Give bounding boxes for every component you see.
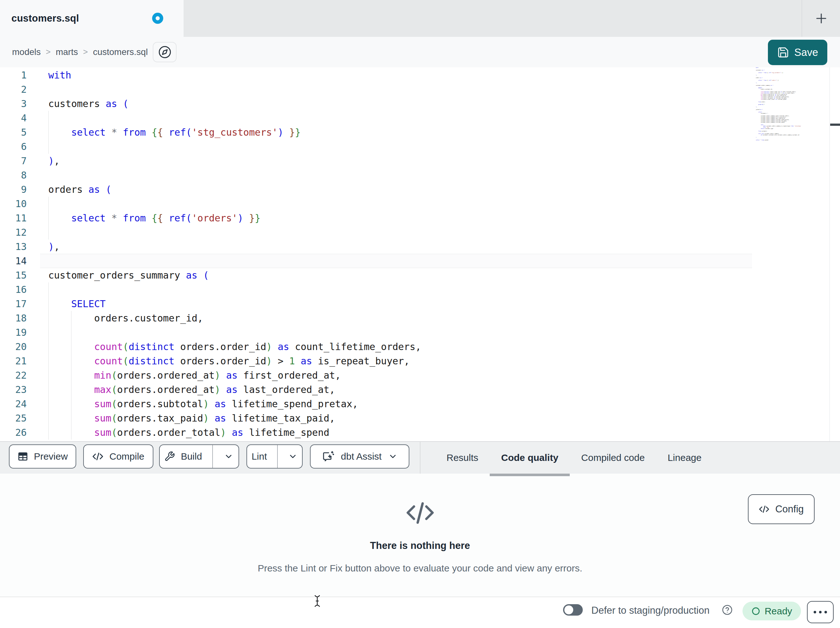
- scrollbar-thumb[interactable]: [830, 123, 840, 126]
- code-line[interactable]: 11 select * from {{ ref('orders') }}: [0, 211, 840, 225]
- compile-label: Compile: [109, 451, 144, 462]
- code-line[interactable]: 25 sum(orders.tax_paid) as lifetime_tax_…: [0, 411, 840, 426]
- defer-label: Defer to staging/production: [591, 605, 709, 616]
- line-number: 26: [0, 426, 27, 440]
- code-line[interactable]: 16: [0, 282, 840, 297]
- explore-lineage-button[interactable]: [153, 42, 177, 62]
- status-badge: Ready: [742, 602, 801, 620]
- compass-icon: [158, 46, 172, 59]
- lint-label: Lint: [251, 451, 267, 462]
- save-label: Save: [794, 46, 818, 59]
- wrench-icon: [164, 451, 175, 462]
- lint-button[interactable]: Lint: [247, 445, 272, 468]
- line-number: 1: [0, 68, 27, 82]
- chevron-down-icon: [224, 452, 234, 461]
- breadcrumb-item-customers-sql[interactable]: customers.sql: [93, 47, 148, 57]
- preview-button[interactable]: Preview: [9, 445, 76, 468]
- code-line[interactable]: 17 SELECT: [0, 297, 840, 311]
- code-line[interactable]: 7),: [0, 154, 840, 168]
- compile-button[interactable]: Compile: [83, 445, 153, 468]
- line-number: 22: [0, 368, 27, 383]
- table-icon: [17, 451, 28, 462]
- dbt-assist-label: dbt Assist: [341, 451, 381, 462]
- line-number: 20: [0, 340, 27, 354]
- line-number: 5: [0, 125, 27, 139]
- save-button[interactable]: Save: [768, 40, 827, 65]
- code-icon: [759, 504, 769, 515]
- status-bar: Defer to staging/production Ready: [0, 596, 840, 628]
- build-split-button: Build: [159, 445, 239, 468]
- build-button[interactable]: Build: [160, 445, 207, 468]
- code-line[interactable]: 18 orders.customer_id,: [0, 311, 840, 325]
- build-label: Build: [181, 451, 202, 462]
- chevron-right-icon: >: [46, 47, 51, 57]
- code-line[interactable]: 5 select * from {{ ref('stg_customers') …: [0, 125, 840, 139]
- tab-results[interactable]: Results: [435, 442, 490, 474]
- line-number: 14: [0, 254, 27, 268]
- line-number: 7: [0, 154, 27, 168]
- code-line[interactable]: 15customer_orders_summary as (: [0, 268, 840, 282]
- code-line[interactable]: 10: [0, 197, 840, 211]
- code-line[interactable]: 14: [0, 254, 840, 268]
- code-line[interactable]: 22 min(orders.ordered_at) as first_order…: [0, 368, 840, 383]
- config-button[interactable]: Config: [748, 494, 815, 524]
- code-line[interactable]: 20 count(distinct orders.order_id) as co…: [0, 340, 840, 354]
- more-options-button[interactable]: [807, 601, 834, 623]
- code-line[interactable]: 1with: [0, 68, 840, 82]
- plus-icon: [814, 11, 829, 26]
- code-line[interactable]: 2: [0, 82, 840, 96]
- dbt-assist-button[interactable]: dbt Assist: [310, 445, 409, 468]
- unsaved-changes-dot-icon: [152, 13, 163, 24]
- lint-split-button: Lint: [246, 445, 303, 468]
- tab-title: customers.sql: [11, 13, 79, 24]
- chevron-down-icon: [388, 452, 398, 461]
- lint-dropdown-button[interactable]: [283, 445, 302, 468]
- code-line[interactable]: 3customers as (: [0, 96, 840, 111]
- defer-toggle[interactable]: [563, 604, 583, 615]
- file-header-row: models > marts > customers.sql: [0, 37, 840, 67]
- preview-label: Preview: [34, 451, 68, 462]
- line-number: 6: [0, 139, 27, 154]
- breadcrumb-item-marts[interactable]: marts: [55, 47, 78, 57]
- line-number: 24: [0, 397, 27, 411]
- help-circle-icon[interactable]: [722, 604, 733, 615]
- results-panel: There is nothing here Press the Lint or …: [0, 474, 840, 596]
- line-number: 23: [0, 383, 27, 397]
- code-line[interactable]: 4: [0, 111, 840, 125]
- tab-code-quality[interactable]: Code quality: [490, 442, 570, 474]
- code-line[interactable]: 6: [0, 139, 840, 154]
- code-line[interactable]: 8: [0, 168, 840, 182]
- tab-bar-divider: [802, 0, 802, 37]
- breadcrumb-item-models[interactable]: models: [12, 47, 41, 57]
- code-line[interactable]: 19: [0, 325, 840, 340]
- line-number: 21: [0, 354, 27, 368]
- tab-lineage[interactable]: Lineage: [656, 442, 713, 474]
- code-editor[interactable]: 1with23customers as (45 select * from {{…: [0, 67, 840, 441]
- split-divider: [212, 445, 213, 468]
- line-number: 2: [0, 82, 27, 96]
- line-number: 12: [0, 225, 27, 239]
- code-line[interactable]: 21 count(distinct orders.order_id) > 1 a…: [0, 354, 840, 368]
- editor-minimap[interactable]: with customers as ( select * from {{ ref…: [755, 67, 829, 441]
- code-line[interactable]: 13),: [0, 239, 840, 254]
- ready-label: Ready: [765, 606, 793, 617]
- line-number: 19: [0, 325, 27, 340]
- build-dropdown-button[interactable]: [218, 445, 238, 468]
- editor-scrollbar[interactable]: [829, 67, 840, 441]
- code-line[interactable]: 12: [0, 225, 840, 239]
- line-number: 11: [0, 211, 27, 225]
- code-xml-icon: [405, 500, 436, 525]
- code-line[interactable]: 9orders as (: [0, 182, 840, 197]
- line-number: 15: [0, 268, 27, 282]
- code-line[interactable]: 23 max(orders.ordered_at) as last_ordere…: [0, 383, 840, 397]
- result-panel-tabs: ResultsCode qualityCompiled codeLineage: [435, 442, 713, 474]
- line-number: 3: [0, 96, 27, 111]
- line-number: 4: [0, 111, 27, 125]
- code-line[interactable]: 26 sum(orders.order_total) as lifetime_s…: [0, 426, 840, 440]
- line-number: 10: [0, 197, 27, 211]
- dbt-cloud-ide: customers.sql models > marts > customers…: [0, 0, 840, 628]
- new-tab-button[interactable]: [805, 3, 837, 34]
- ellipsis-icon: [814, 611, 816, 614]
- tab-compiled-code[interactable]: Compiled code: [570, 442, 656, 474]
- code-line[interactable]: 24 sum(orders.subtotal) as lifetime_spen…: [0, 397, 840, 411]
